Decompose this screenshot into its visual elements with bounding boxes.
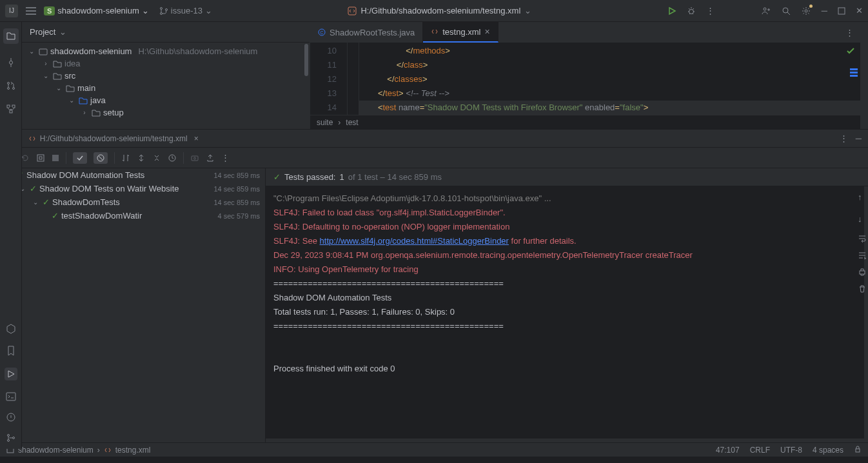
- tree-item[interactable]: ⌄ java: [22, 94, 310, 106]
- settings-button[interactable]: [801, 6, 811, 16]
- expand-icon[interactable]: ⌄: [31, 199, 40, 206]
- project-selector[interactable]: S shadowdom-selenium ⌄: [44, 6, 149, 15]
- show-ignored-button[interactable]: [94, 152, 108, 164]
- breadcrumb-item[interactable]: test: [346, 118, 358, 127]
- tab-label: testng.xml: [442, 27, 480, 37]
- scroll-down-button[interactable]: ↓: [858, 212, 867, 226]
- test-class-row[interactable]: ⌄ ✓ ShadowDomTests 14 sec 859 ms: [0, 195, 265, 209]
- tab-java-file[interactable]: C ShadowRootTests.java: [310, 22, 423, 43]
- expand-all-button[interactable]: [137, 153, 146, 163]
- code-content[interactable]: </methods> </class> </classes> </test> <…: [359, 43, 860, 115]
- code-editor[interactable]: 10 11 12 13 14 </methods> </class> </cla…: [310, 43, 860, 115]
- main-menu-button[interactable]: [26, 7, 36, 15]
- test-method-row[interactable]: ✓ testShadowDomWatir 4 sec 579 ms: [0, 209, 265, 222]
- folder-icon: [66, 84, 75, 93]
- project-panel-header[interactable]: Project ⌄: [22, 22, 310, 43]
- expand-icon[interactable]: ⌄: [27, 48, 36, 55]
- breadcrumb-item[interactable]: suite: [317, 118, 333, 127]
- tree-item[interactable]: › setup: [22, 106, 310, 119]
- breadcrumb-item[interactable]: shadowdom-selenium: [18, 446, 94, 455]
- scroll-up-button[interactable]: ↑: [858, 190, 867, 204]
- import-tests-button[interactable]: [190, 153, 199, 163]
- services-tool-button[interactable]: [6, 324, 16, 334]
- tab-xml-file[interactable]: testng.xml ×: [423, 22, 498, 43]
- hide-button[interactable]: ─: [856, 133, 862, 143]
- test-history-button[interactable]: [168, 153, 177, 163]
- test-tree[interactable]: ⌄ ✓ Shadow DOM Automation Tests 14 sec 8…: [0, 168, 266, 442]
- nav-breadcrumb[interactable]: shadowdom-selenium › testng.xml: [6, 446, 150, 455]
- readonly-toggle[interactable]: [854, 446, 862, 455]
- chevron-down-icon: ⌄: [205, 6, 212, 15]
- inspection-indicator[interactable]: [846, 46, 855, 55]
- sort-button[interactable]: [121, 153, 130, 163]
- tree-item[interactable]: › idea: [22, 57, 310, 70]
- clear-all-button[interactable]: [858, 284, 867, 293]
- svg-rect-21: [52, 155, 59, 161]
- cursor-position[interactable]: 47:107: [716, 446, 740, 455]
- structure-tool-button[interactable]: [6, 104, 15, 113]
- tree-item[interactable]: ⌄ src: [22, 70, 310, 82]
- run-button[interactable]: [667, 6, 676, 15]
- tab-label: ShadowRootTests.java: [330, 28, 415, 37]
- scroll-to-end-button[interactable]: [858, 251, 867, 260]
- problems-tool-button[interactable]: [6, 413, 15, 422]
- expand-icon[interactable]: ›: [41, 60, 50, 67]
- run-tool-button[interactable]: [5, 368, 17, 380]
- minimize-button[interactable]: ─: [822, 6, 827, 15]
- line-separator[interactable]: CRLF: [750, 446, 770, 455]
- expand-icon[interactable]: ⌄: [54, 84, 63, 92]
- soft-wrap-button[interactable]: [858, 234, 867, 243]
- file-encoding[interactable]: UTF-8: [780, 446, 802, 455]
- debug-button[interactable]: [687, 6, 696, 15]
- vcs-tool-button[interactable]: [6, 433, 15, 442]
- export-tests-button[interactable]: [206, 153, 215, 163]
- more-button[interactable]: ⋮: [840, 133, 848, 143]
- gutter[interactable]: 10 11 12 13 14: [310, 43, 348, 115]
- test-suite-row[interactable]: ⌄ ✓ Shadow DOM Tests on Watir Website 14…: [0, 182, 265, 195]
- print-button[interactable]: [858, 268, 867, 277]
- close-button[interactable]: ✕: [856, 6, 863, 15]
- editor-breadcrumb[interactable]: suite › test: [310, 115, 860, 129]
- close-icon[interactable]: ×: [194, 134, 199, 143]
- expand-icon[interactable]: ›: [80, 109, 89, 116]
- tree-item[interactable]: ⌄ main: [22, 82, 310, 94]
- stop-button[interactable]: [52, 154, 59, 162]
- code-with-me-button[interactable]: [761, 6, 771, 15]
- more-actions-button[interactable]: ⋮: [706, 6, 715, 15]
- more-toolbar-button[interactable]: ⋮: [221, 153, 230, 163]
- xml-file-icon: [431, 28, 439, 35]
- project-tree[interactable]: ⌄ shadowdom-selenium H:\Github\shadowdom…: [22, 43, 310, 129]
- search-button[interactable]: [782, 6, 791, 15]
- test-suite-row[interactable]: ⌄ ✓ Shadow DOM Automation Tests 14 sec 8…: [0, 168, 265, 182]
- maximize-button[interactable]: [838, 7, 845, 15]
- tabs-more-button[interactable]: ⋮: [839, 22, 860, 43]
- left-tool-stripe-bottom: [0, 129, 22, 449]
- expand-icon[interactable]: ⌄: [67, 97, 76, 104]
- project-view-button[interactable]: [3, 28, 19, 44]
- show-passed-button[interactable]: [73, 152, 87, 164]
- commit-tool-button[interactable]: [6, 58, 15, 67]
- error-stripe[interactable]: [850, 68, 858, 78]
- statusbar: shadowdom-selenium › testng.xml 47:107 C…: [0, 442, 868, 457]
- toggle-auto-test-button[interactable]: [36, 153, 45, 163]
- terminal-tool-button[interactable]: [6, 392, 16, 401]
- indent-setting[interactable]: 4 spaces: [813, 446, 843, 455]
- close-icon[interactable]: ×: [485, 26, 490, 37]
- console-link[interactable]: http://www.slf4j.org/codes.html#StaticLo…: [320, 236, 509, 246]
- line-number: 10: [310, 44, 337, 58]
- expand-icon[interactable]: ⌄: [41, 72, 50, 79]
- fold-gutter[interactable]: [348, 43, 359, 115]
- scrollbar-thumb[interactable]: [304, 44, 308, 76]
- pull-requests-button[interactable]: [6, 81, 15, 90]
- svg-point-25: [194, 157, 196, 159]
- rerun-failed-button[interactable]: [21, 153, 30, 163]
- tree-root[interactable]: ⌄ shadowdom-selenium H:\Github\shadowdom…: [22, 45, 310, 57]
- git-branch-selector[interactable]: issue-13 ⌄: [159, 6, 212, 15]
- current-file-path[interactable]: H:/Github/shadowdom-selenium/testng.xml: [360, 6, 520, 15]
- run-config-label[interactable]: H:/Github/shadowdom-selenium/testng.xml …: [28, 134, 199, 143]
- bookmarks-tool-button[interactable]: [6, 346, 15, 356]
- breadcrumb-item[interactable]: testng.xml: [115, 446, 151, 455]
- collapse-all-button[interactable]: [152, 153, 161, 163]
- console-output[interactable]: "C:\Program Files\Eclipse Adoptium\jdk-1…: [266, 186, 864, 438]
- app-icon[interactable]: IJ: [5, 5, 18, 17]
